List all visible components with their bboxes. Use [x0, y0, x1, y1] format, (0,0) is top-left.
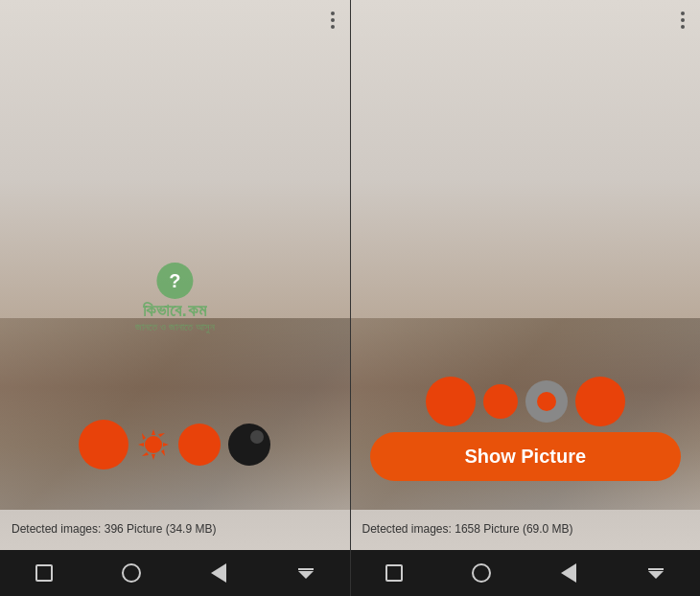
svg-marker-1 [152, 454, 155, 460]
svg-marker-0 [152, 429, 155, 435]
left-nav-back[interactable] [201, 556, 236, 590]
left-dots-row [0, 420, 350, 470]
svg-marker-4 [142, 433, 146, 440]
right-show-picture-area: Show Picture [351, 432, 701, 491]
watermark: ? কিভাবে.কম জানতে ও জানাতে আসুন [135, 263, 215, 333]
svg-marker-6 [158, 433, 165, 437]
right-dots-row [351, 377, 701, 426]
left-gear-icon [136, 427, 171, 462]
watermark-title: কিভাবে.কম [135, 301, 215, 321]
right-nav-bar [351, 550, 701, 596]
right-dots-area [351, 377, 701, 438]
right-nav-circle[interactable] [464, 556, 499, 590]
left-nav-down[interactable] [289, 556, 323, 590]
left-menu-dots[interactable] [327, 10, 338, 31]
svg-marker-5 [161, 449, 165, 456]
right-dot-orange-small [483, 384, 518, 419]
left-dot-dark [228, 424, 270, 466]
right-menu-dots[interactable] [677, 10, 688, 31]
right-dot-orange-1 [426, 377, 476, 426]
left-film-reel [0, 318, 350, 510]
left-nav-circle[interactable] [114, 556, 149, 590]
right-phone-panel: Show Picture Detected images: 1658 Pictu… [350, 0, 701, 596]
right-bottom-info-area: Detected images: 1658 Picture (69.0 MB) [351, 515, 701, 543]
svg-point-8 [145, 436, 162, 453]
left-bottom-info-area: Detected images: 396 Picture (34.9 MB) [0, 515, 350, 543]
left-dot-orange-2 [178, 424, 221, 466]
svg-marker-3 [163, 443, 169, 447]
watermark-subtitle: জানতে ও জানাতে আসুন [135, 321, 215, 333]
right-nav-square[interactable] [377, 556, 411, 590]
left-nav-bar [0, 550, 350, 596]
watermark-icon: ? [156, 263, 193, 299]
svg-marker-2 [138, 443, 144, 447]
left-top-bar [0, 0, 350, 40]
right-nav-down[interactable] [639, 556, 673, 590]
right-dot-ring [525, 380, 568, 423]
right-top-bar [351, 0, 701, 40]
left-dot-orange-1 [79, 420, 128, 470]
svg-marker-7 [142, 452, 149, 456]
right-detected-info: Detected images: 1658 Picture (69.0 MB) [351, 515, 701, 543]
left-detected-info: Detected images: 396 Picture (34.9 MB) [0, 515, 350, 543]
left-phone-panel: ? কিভাবে.কম জানতে ও জানাতে আসুন [0, 0, 350, 596]
show-picture-button[interactable]: Show Picture [370, 432, 682, 481]
right-dot-orange-2 [575, 377, 625, 426]
left-nav-square[interactable] [27, 556, 61, 590]
right-nav-back[interactable] [551, 556, 586, 590]
left-dots-area [0, 420, 350, 481]
